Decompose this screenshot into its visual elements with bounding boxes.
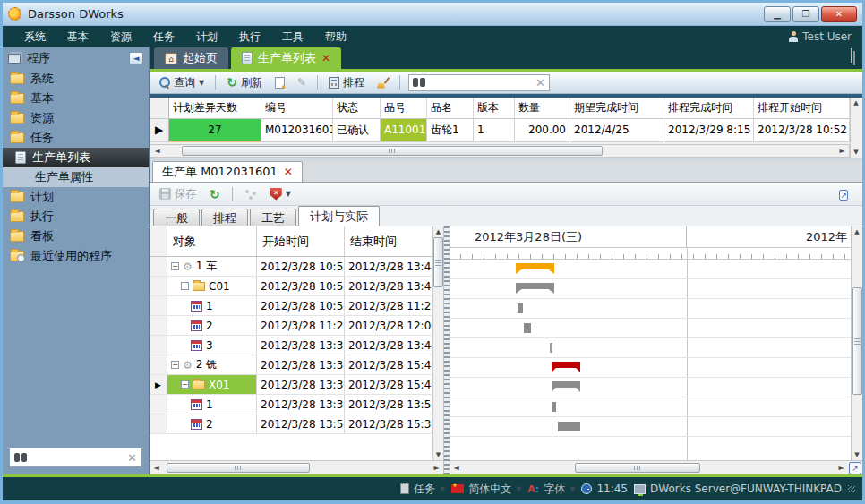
sidebar-item-生产单属性[interactable]: 生产单属性 [3, 167, 149, 187]
menu-item-任务[interactable]: 任务 [142, 27, 185, 47]
tree-column-header-开始时间[interactable]: 开始时间 [257, 226, 345, 257]
gantt-bar-1[interactable] [552, 402, 556, 412]
detail-tab-close-icon[interactable]: ✕ [284, 166, 293, 178]
menu-item-帮助[interactable]: 帮助 [314, 27, 357, 47]
tree-row[interactable]: −⚙2 铣2012/3/28 13:302012/3/28 15:40 [150, 355, 432, 375]
status-task-menu[interactable]: 任务 ▼ [400, 482, 445, 497]
sidebar-item-任务[interactable]: 任务 [3, 128, 149, 148]
sidebar-item-生产单列表[interactable]: 生产单列表 [3, 148, 149, 167]
tree-start-cell[interactable]: 2012/3/28 13:30 [257, 395, 345, 414]
scroll-down-icon[interactable]: ▼ [854, 451, 859, 458]
subtab-排程[interactable]: 排程 [201, 209, 248, 226]
restore-button[interactable]: ❐ [792, 6, 819, 22]
column-header-数量[interactable]: 数量 [515, 98, 570, 119]
row-selector[interactable]: ▶ [150, 119, 169, 142]
menu-item-资源[interactable]: 资源 [99, 27, 142, 47]
menu-item-执行[interactable]: 执行 [228, 27, 271, 47]
subtab-计划与实际[interactable]: 计划与实际 [298, 206, 380, 226]
gantt-bar-1[interactable] [518, 303, 523, 313]
tree-start-cell[interactable]: 2012/3/28 11:22 [257, 316, 345, 336]
sidebar-item-基本[interactable]: 基本 [3, 89, 149, 108]
edit-button[interactable]: ✎ [293, 74, 311, 90]
subtab-工艺[interactable]: 工艺 [250, 209, 296, 226]
column-header-品号[interactable]: 品号 [381, 98, 427, 119]
sidebar-item-执行[interactable]: 执行 [3, 207, 149, 226]
cancel-confirm-button[interactable]: ✕ ▼ [266, 186, 295, 202]
refresh-button[interactable]: ↻ 刷新 [222, 73, 267, 92]
resize-grip[interactable] [848, 485, 855, 492]
tree-end-cell[interactable]: 2012/3/28 13:50 [345, 395, 432, 414]
column-header-状态[interactable]: 状态 [333, 98, 381, 119]
grid-hscrollbar[interactable]: ◄ ► [150, 144, 850, 158]
status-font-menu[interactable]: A: 字体 ▼ [527, 482, 575, 497]
tree-start-cell[interactable]: 2012/3/28 13:50 [257, 414, 345, 434]
tree-expander-icon[interactable]: − [181, 282, 189, 290]
menu-item-工具[interactable]: 工具 [271, 27, 314, 47]
close-button[interactable]: ✕ [821, 6, 857, 22]
table-row[interactable]: ▶27M012031601已确认A11001齿轮11200.002012/4/2… [150, 119, 850, 142]
scroll-up-icon[interactable]: ▲ [854, 228, 859, 235]
gantt-bar-3[interactable] [550, 343, 552, 353]
grid-cell[interactable]: A11001 [381, 119, 427, 142]
tree-row[interactable]: 22012/3/28 11:222012/3/28 12:00 [150, 316, 432, 336]
scroll-right-icon[interactable]: ► [430, 464, 443, 472]
gantt-bar-2[interactable] [524, 323, 531, 333]
tree-start-cell[interactable]: 2012/3/28 13:30 [257, 355, 345, 375]
row-selector[interactable] [150, 316, 167, 336]
row-selector[interactable] [150, 355, 167, 375]
tree-start-cell[interactable]: 2012/3/28 13:30 [257, 336, 345, 355]
tree-start-cell[interactable]: 2012/3/28 10:52 [257, 257, 345, 277]
menu-item-系统[interactable]: 系统 [13, 27, 56, 47]
tree-end-cell[interactable]: 2012/3/28 11:22 [345, 296, 432, 316]
sidebar-item-资源[interactable]: 资源 [3, 108, 149, 128]
column-header-品名[interactable]: 品名 [427, 98, 474, 119]
grid-cell[interactable]: 200.00 [515, 119, 570, 142]
column-header-期望完成时间[interactable]: 期望完成时间 [570, 98, 664, 119]
tab-close-icon[interactable]: ✕ [321, 52, 330, 64]
minimize-button[interactable]: ▁ [764, 6, 791, 22]
sidebar-item-看板[interactable]: 看板 [3, 226, 149, 246]
schedule-button[interactable]: 排程 [324, 73, 369, 92]
gantt-bar-1 车[interactable] [516, 263, 554, 274]
gantt-bar-X01[interactable] [552, 381, 580, 392]
gantt-bar-2 铣[interactable] [552, 362, 580, 372]
gantt-bar-C01[interactable] [516, 283, 554, 294]
row-selector[interactable]: ▶ [150, 375, 167, 395]
tab-生产单列表[interactable]: 生产单列表✕ [231, 47, 341, 69]
tree-end-cell[interactable]: 2012/3/28 13:40 [345, 257, 432, 277]
row-selector[interactable] [150, 395, 167, 414]
sidebar-item-最近使用的程序[interactable]: 最近使用的程序 [3, 246, 149, 266]
tree-column-header-结束时间[interactable]: 结束时间 [345, 226, 432, 257]
menu-item-计划[interactable]: 计划 [185, 27, 228, 47]
tree-object-cell[interactable]: 3 [167, 336, 257, 355]
grid-cell[interactable]: 2012/3/28 10:52 [754, 119, 850, 142]
status-language-menu[interactable]: 简体中文 ▼ [451, 482, 521, 497]
column-header-排程完成时间[interactable]: 排程完成时间 [664, 98, 754, 119]
gantt-vscrollbar[interactable]: ▲ ▼ [851, 226, 862, 460]
tree-start-cell[interactable]: 2012/3/28 10:52 [257, 277, 345, 296]
open-in-window-button[interactable]: ↗ [839, 188, 848, 201]
sidebar-search-clear-icon[interactable]: ✕ [127, 451, 137, 465]
tree-object-cell[interactable]: 2 [167, 316, 257, 336]
grid-cell[interactable]: 齿轮1 [427, 119, 474, 142]
tree-start-cell[interactable]: 2012/3/28 13:30 [257, 375, 345, 395]
sidebar-collapse-button[interactable]: ◄ [129, 52, 143, 64]
save-button[interactable]: 保存 [155, 184, 201, 203]
tree-end-cell[interactable]: 2012/3/28 12:00 [345, 316, 432, 336]
tree-hscrollbar[interactable]: ◄ ► [150, 460, 443, 474]
sidebar-item-计划[interactable]: 计划 [3, 187, 149, 207]
gantt-bar-2[interactable] [558, 422, 580, 431]
scroll-down-icon[interactable]: ▼ [853, 149, 858, 156]
scroll-right-icon[interactable]: ► [835, 147, 849, 155]
tree-object-cell[interactable]: 2 [167, 414, 257, 434]
tree-object-cell[interactable]: 1 [167, 395, 257, 414]
menu-item-基本[interactable]: 基本 [56, 27, 99, 47]
tree-object-cell[interactable]: −⚙1 车 [167, 257, 257, 277]
tree-end-cell[interactable]: 2012/3/28 13:40 [345, 277, 432, 296]
tree-end-cell[interactable]: 2012/3/28 15:40 [345, 355, 432, 375]
column-header-排程开始时间[interactable]: 排程开始时间 [754, 98, 850, 119]
grid-cell[interactable]: 2012/3/29 8:15 [664, 119, 754, 142]
row-selector[interactable] [150, 277, 167, 296]
tree-row[interactable]: −C012012/3/28 10:522012/3/28 13:40 [150, 277, 432, 296]
scroll-up-icon[interactable]: ▲ [436, 228, 441, 235]
